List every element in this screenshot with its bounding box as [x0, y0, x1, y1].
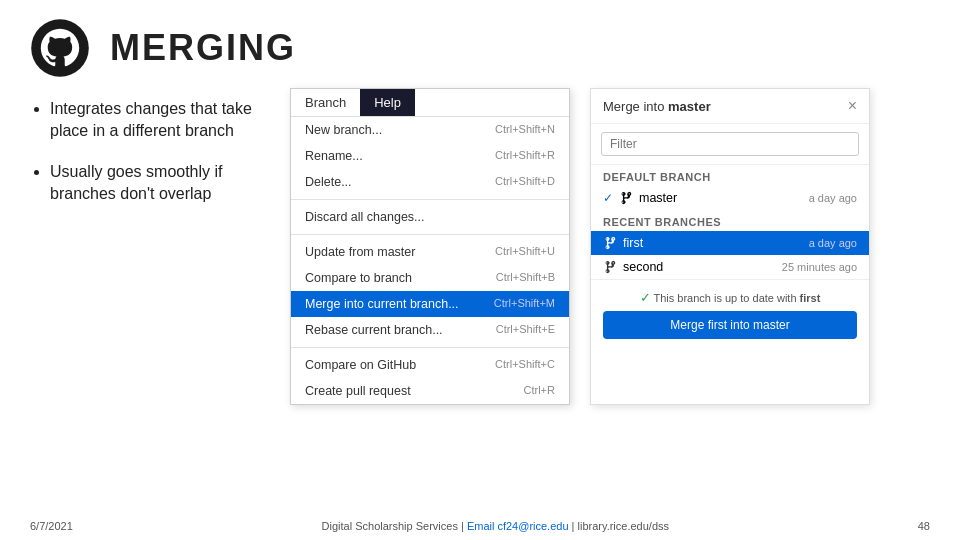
- menu-item-update[interactable]: Update from master Ctrl+Shift+U: [291, 239, 569, 265]
- bullet-item-2: Usually goes smoothly if branches don't …: [50, 161, 270, 206]
- menu-item-label: Create pull request: [305, 384, 411, 398]
- github-logo-icon: [30, 18, 90, 78]
- menu-item-shortcut: Ctrl+Shift+E: [496, 323, 555, 337]
- merge-button[interactable]: Merge first into master: [603, 311, 857, 339]
- menu-item-shortcut: Ctrl+Shift+N: [495, 123, 555, 137]
- menu-item-shortcut: Ctrl+Shift+D: [495, 175, 555, 189]
- svg-point-0: [31, 19, 89, 77]
- menu-item-label: Compare on GitHub: [305, 358, 416, 372]
- default-branch-label: Default branch: [591, 165, 869, 186]
- bullet-item-1: Integrates changes that take place in a …: [50, 98, 270, 143]
- branch-name: master: [639, 191, 677, 205]
- branch-time: a day ago: [809, 192, 857, 204]
- menu-header-help[interactable]: Help: [360, 89, 415, 116]
- menu-item-label: Compare to branch: [305, 271, 412, 285]
- menu-item-label: New branch...: [305, 123, 382, 137]
- menu-item-shortcut: Ctrl+R: [524, 384, 555, 398]
- menu-item-label: Update from master: [305, 245, 415, 259]
- branch-name: first: [623, 236, 643, 250]
- branch-item-left: ✓ master: [603, 191, 677, 205]
- check-green-icon: ✓: [640, 290, 651, 305]
- recent-branches-label: Recent branches: [591, 210, 869, 231]
- menu-item-rename[interactable]: Rename... Ctrl+Shift+R: [291, 143, 569, 169]
- menu-item-merge[interactable]: Merge into current branch... Ctrl+Shift+…: [291, 291, 569, 317]
- menu-divider-3: [291, 347, 569, 348]
- menu-item-shortcut: Ctrl+Shift+B: [496, 271, 555, 285]
- footer-date: 6/7/2021: [30, 520, 73, 532]
- branch-icon: [603, 260, 617, 274]
- menu-item-label: Rename...: [305, 149, 363, 163]
- branch-time: 25 minutes ago: [782, 261, 857, 273]
- branch-item-left: second: [603, 260, 663, 274]
- branch-item-master[interactable]: ✓ master a day ago: [591, 186, 869, 210]
- main-content: Integrates changes that take place in a …: [0, 88, 960, 405]
- menu-item-delete[interactable]: Delete... Ctrl+Shift+D: [291, 169, 569, 195]
- menu-item-shortcut: Ctrl+Shift+M: [494, 297, 555, 311]
- merge-filter-area: [591, 124, 869, 165]
- slide-header: MERGING: [0, 0, 960, 88]
- slide-footer: 6/7/2021 Digital Scholarship Services | …: [0, 520, 960, 532]
- merge-panel-close-button[interactable]: ×: [848, 97, 857, 115]
- footer-email: Email cf24@rice.edu: [467, 520, 569, 532]
- bullet-points: Integrates changes that take place in a …: [30, 88, 270, 405]
- footer-center-text: Digital Scholarship Services | Email cf2…: [322, 520, 669, 532]
- menu-item-compare[interactable]: Compare to branch Ctrl+Shift+B: [291, 265, 569, 291]
- menu-item-compare-github[interactable]: Compare on GitHub Ctrl+Shift+C: [291, 352, 569, 378]
- branch-menu: Branch Help New branch... Ctrl+Shift+N R…: [290, 88, 570, 405]
- menu-item-rebase[interactable]: Rebase current branch... Ctrl+Shift+E: [291, 317, 569, 343]
- menu-item-discard[interactable]: Discard all changes...: [291, 204, 569, 230]
- menu-header-branch[interactable]: Branch: [291, 89, 360, 116]
- branch-item-first[interactable]: first a day ago: [591, 231, 869, 255]
- menu-item-shortcut: Ctrl+Shift+R: [495, 149, 555, 163]
- merge-filter-input[interactable]: [601, 132, 859, 156]
- menu-item-shortcut: Ctrl+Shift+U: [495, 245, 555, 259]
- menu-item-new-branch[interactable]: New branch... Ctrl+Shift+N: [291, 117, 569, 143]
- branch-icon: [619, 191, 633, 205]
- menu-divider-1: [291, 199, 569, 200]
- menu-item-pull-request[interactable]: Create pull request Ctrl+R: [291, 378, 569, 404]
- footer-page-number: 48: [918, 520, 930, 532]
- merge-panel-header: Merge into master ×: [591, 89, 869, 124]
- page-title: MERGING: [110, 27, 296, 69]
- menu-header-bar: Branch Help: [291, 89, 569, 117]
- check-icon: ✓: [603, 191, 613, 205]
- menu-item-label: Rebase current branch...: [305, 323, 443, 337]
- menu-item-label: Merge into current branch...: [305, 297, 459, 311]
- branch-item-left: first: [603, 236, 643, 250]
- menu-item-label: Discard all changes...: [305, 210, 425, 224]
- merge-status-text: ✓ This branch is up to date with first: [603, 290, 857, 305]
- branch-icon: [603, 236, 617, 250]
- menu-item-label: Delete...: [305, 175, 352, 189]
- merge-panel: Merge into master × Default branch ✓ mas…: [590, 88, 870, 405]
- merge-panel-title: Merge into master: [603, 99, 711, 114]
- branch-name: second: [623, 260, 663, 274]
- menu-item-shortcut: Ctrl+Shift+C: [495, 358, 555, 372]
- branch-time: a day ago: [809, 237, 857, 249]
- merge-footer: ✓ This branch is up to date with first M…: [591, 279, 869, 349]
- branch-item-second[interactable]: second 25 minutes ago: [591, 255, 869, 279]
- menu-divider-2: [291, 234, 569, 235]
